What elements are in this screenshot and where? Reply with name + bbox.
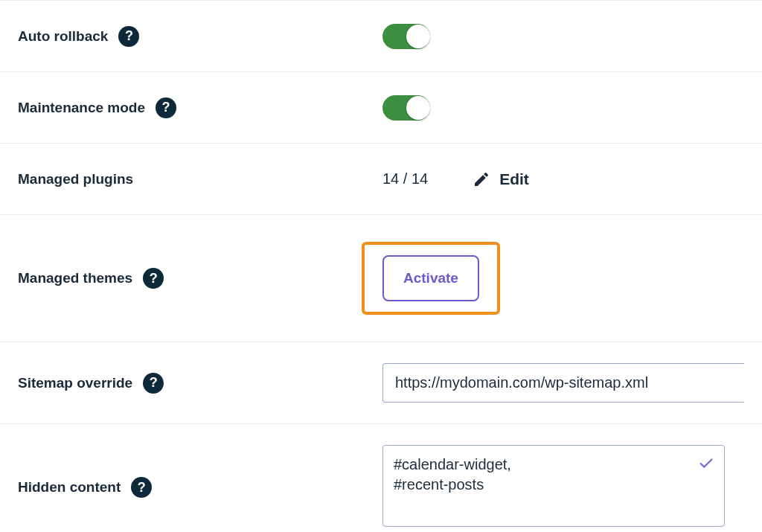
label-cell: Maintenance mode ?: [18, 97, 382, 118]
auto-rollback-label: Auto rollback: [18, 28, 108, 45]
auto-rollback-toggle[interactable]: [382, 24, 430, 49]
row-hidden-content: Hidden content ?: [0, 423, 762, 532]
help-icon[interactable]: ?: [156, 97, 176, 118]
activate-button[interactable]: Activate: [382, 255, 479, 301]
sitemap-override-label: Sitemap override: [18, 375, 132, 391]
hidden-content-textarea[interactable]: [382, 445, 725, 527]
edit-label: Edit: [499, 170, 529, 188]
row-maintenance-mode: Maintenance mode ?: [0, 71, 762, 143]
help-icon[interactable]: ?: [131, 477, 152, 498]
sitemap-override-input[interactable]: [382, 363, 744, 403]
row-managed-plugins: Managed plugins 14 / 14 Edit: [0, 143, 762, 214]
managed-plugins-count: 14 / 14: [382, 170, 428, 188]
help-icon[interactable]: ?: [118, 26, 139, 47]
value-cell: [382, 24, 744, 49]
label-cell: Sitemap override ?: [18, 373, 382, 394]
maintenance-mode-toggle[interactable]: [382, 95, 430, 121]
label-cell: Auto rollback ?: [18, 26, 382, 47]
check-icon: [698, 455, 714, 475]
help-icon[interactable]: ?: [143, 373, 164, 394]
label-cell: Managed themes ?: [18, 268, 382, 289]
toggle-knob: [406, 25, 430, 48]
pencil-icon: [473, 170, 490, 188]
toggle-knob: [406, 96, 430, 120]
value-cell: Activate: [382, 242, 744, 315]
value-cell: 14 / 14 Edit: [382, 170, 744, 188]
value-cell: [382, 95, 744, 121]
label-cell: Hidden content ?: [18, 477, 382, 498]
managed-plugins-label: Managed plugins: [18, 171, 133, 188]
highlight-box: Activate: [362, 242, 500, 315]
hidden-content-label: Hidden content: [18, 479, 121, 496]
value-cell: [382, 445, 744, 530]
label-cell: Managed plugins: [18, 171, 382, 188]
managed-themes-label: Managed themes: [18, 270, 132, 286]
value-cell: [382, 363, 744, 403]
help-icon[interactable]: ?: [143, 268, 164, 289]
hidden-content-wrap: [382, 445, 725, 530]
row-auto-rollback: Auto rollback ?: [0, 0, 762, 71]
maintenance-mode-label: Maintenance mode: [18, 100, 145, 116]
row-sitemap-override: Sitemap override ?: [0, 342, 762, 423]
row-managed-themes: Managed themes ? Activate: [0, 214, 762, 342]
edit-button[interactable]: Edit: [473, 170, 529, 188]
